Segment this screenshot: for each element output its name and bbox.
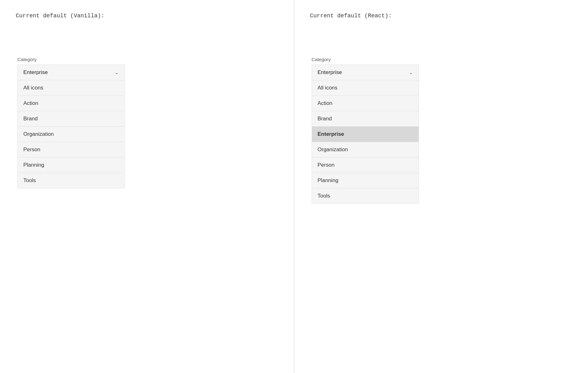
list-item[interactable]: All icons	[312, 80, 419, 96]
list-item[interactable]: Action	[18, 96, 124, 111]
list-item[interactable]: Planning	[312, 173, 419, 188]
list-item-enterprise[interactable]: Enterprise	[312, 127, 419, 142]
right-dropdown-container: Category Enterprise ⌄ All icons Action B…	[312, 57, 419, 204]
left-dropdown-selected-value: Enterprise	[23, 69, 48, 76]
list-item[interactable]: Organization	[18, 127, 124, 142]
right-panel-title: Current default (React):	[310, 13, 573, 19]
left-panel-title: Current default (Vanilla):	[16, 13, 278, 19]
list-item[interactable]: Planning	[18, 158, 124, 173]
left-chevron-down-icon: ⌄	[115, 70, 119, 75]
list-item[interactable]: Person	[18, 142, 124, 158]
list-item[interactable]: Brand	[18, 111, 124, 127]
left-category-label: Category	[17, 57, 125, 62]
right-dropdown-trigger[interactable]: Enterprise ⌄	[312, 65, 419, 80]
right-dropdown-selected-value: Enterprise	[318, 69, 342, 76]
left-dropdown-trigger[interactable]: Enterprise ⌄	[17, 65, 125, 80]
list-item[interactable]: Person	[312, 158, 419, 173]
list-item[interactable]: Tools	[312, 188, 419, 204]
list-item[interactable]: All icons	[18, 80, 124, 96]
list-item[interactable]: Action	[312, 96, 419, 111]
list-item[interactable]: Tools	[18, 173, 124, 188]
right-panel: Current default (React): Category Enterp…	[294, 0, 588, 373]
right-chevron-down-icon: ⌄	[409, 70, 413, 75]
list-item[interactable]: Brand	[312, 111, 419, 127]
right-dropdown-list: All icons Action Brand Enterprise Organi…	[312, 80, 419, 204]
left-panel: Current default (Vanilla): Category Ente…	[0, 0, 294, 373]
left-dropdown-container: Category Enterprise ⌄ All icons Action B…	[17, 57, 125, 188]
right-category-label: Category	[312, 57, 419, 62]
list-item[interactable]: Organization	[312, 142, 419, 158]
left-dropdown-list: All icons Action Brand Organization Pers…	[17, 80, 125, 188]
